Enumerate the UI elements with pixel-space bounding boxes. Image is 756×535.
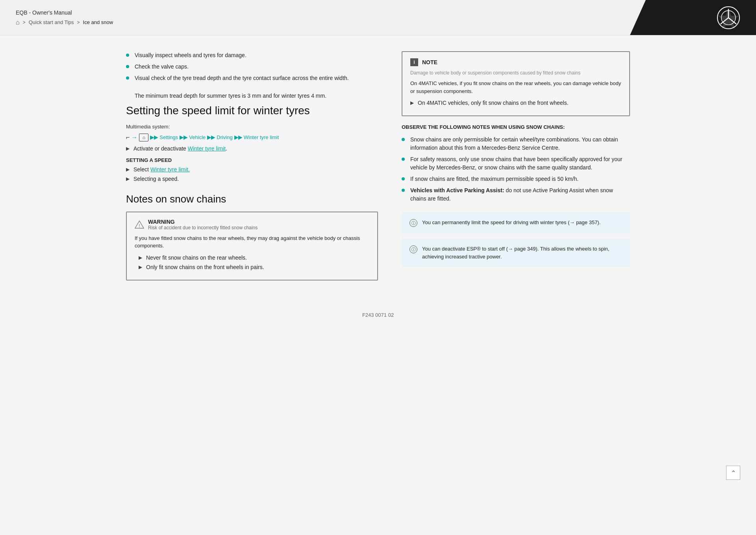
left-column: Visually inspect wheels and tyres for da… — [126, 51, 402, 288]
bullet-dot — [402, 138, 405, 141]
arrow-icon: ▶ — [126, 146, 130, 151]
warning-bullet2: ▶ Only fit snow chains on the front whee… — [139, 264, 369, 270]
bullet-dot — [126, 54, 129, 57]
svg-text:!: ! — [139, 223, 140, 228]
mercedes-logo — [717, 6, 740, 30]
note-icon: i — [410, 58, 418, 66]
observe-bullet4-text: Vehicles with Active Parking Assist: do … — [410, 186, 630, 203]
breadcrumb-sep2: > — [77, 20, 80, 25]
vehicle-link[interactable]: Vehicle — [189, 134, 206, 140]
observe-bullet4-bold: Vehicles with Active Parking Assist: — [410, 187, 504, 193]
right-column: i NOTE Damage to vehicle body or suspens… — [402, 51, 630, 288]
breadcrumb-sep1: > — [23, 20, 26, 25]
bullet-text: Visually inspect wheels and tyres for da… — [135, 51, 246, 59]
info-circle-icon: ⓘ — [410, 219, 417, 227]
multimedia-label: Multimedia system: — [126, 124, 378, 130]
bullet-dot — [126, 76, 129, 80]
bullet-dot — [402, 189, 405, 192]
selecting-speed-bullet: ▶ Selecting a speed. — [126, 176, 378, 182]
double-arrow4: ▶▶ — [234, 134, 242, 140]
driving-link[interactable]: Driving — [217, 134, 232, 140]
info-box1: ⓘ You can permanently limit the speed fo… — [402, 212, 630, 233]
footer-code: F243 0071 02 — [362, 312, 394, 318]
sub-text: The minimum tread depth for summer tyres… — [135, 92, 378, 100]
warning-header: ! WARNING Risk of accident due to incorr… — [135, 219, 369, 230]
list-item: If snow chains are fitted, the maximum p… — [402, 175, 630, 183]
observe-heading: OBSERVE THE FOLLOWING NOTES WHEN USING S… — [402, 124, 630, 130]
select-winter-link[interactable]: Winter tyre limit. — [150, 166, 190, 173]
arrow-icon: ▶ — [410, 100, 414, 106]
header-left: EQB - Owner's Manual ⌂ > Quick start and… — [0, 0, 630, 35]
nav-path: ⌐ → ▶▶ Settings ▶▶ Vehicle ▶▶ Driving ▶▶… — [126, 134, 378, 141]
select-bullet: ▶ Select Winter tyre limit. — [126, 166, 378, 173]
breadcrumb-item1[interactable]: Quick start and Tips — [29, 19, 74, 25]
note-header: i NOTE — [410, 58, 621, 66]
note-title: NOTE — [422, 59, 437, 65]
bullet-text: Visual check of the tyre tread depth and… — [135, 74, 349, 82]
winter-tyre-limit-link[interactable]: Winter tyre limit — [244, 134, 279, 140]
arrow-icon: ▶ — [126, 176, 130, 182]
arrow-icon: ▶ — [139, 264, 142, 270]
observe-bullet2-text: For safety reasons, only use snow chains… — [410, 155, 630, 172]
info-box1-text: You can permanently limit the speed for … — [422, 219, 600, 227]
list-item: Vehicles with Active Parking Assist: do … — [402, 186, 630, 203]
nav-arrow1: → — [131, 134, 137, 141]
breadcrumb: ⌂ > Quick start and Tips > Ice and snow — [16, 19, 614, 26]
note-subtitle: Damage to vehicle body or suspension com… — [410, 70, 621, 76]
warning-title-area: WARNING Risk of accident due to incorrec… — [148, 219, 258, 230]
info-circle-icon: ⓘ — [410, 245, 417, 253]
info-box2-text: You can deactivate ESP® to start off (→ … — [422, 245, 622, 260]
list-item: For safety reasons, only use snow chains… — [402, 155, 630, 172]
list-item: Visually inspect wheels and tyres for da… — [126, 51, 378, 59]
warning-subtitle: Risk of accident due to incorrectly fitt… — [148, 225, 258, 230]
info-box2: ⓘ You can deactivate ESP® to start off (… — [402, 239, 630, 267]
list-item: Check the valve caps. — [126, 63, 378, 71]
home-icon[interactable]: ⌂ — [16, 19, 20, 26]
warning-bullet1-text: Never fit snow chains on the rear wheels… — [146, 254, 247, 261]
observe-bullet-list: Snow chains are only permissible for cer… — [402, 136, 630, 203]
warning-triangle-icon: ! — [135, 220, 144, 229]
activate-text: Activate or deactivate Winter tyre limit… — [133, 145, 227, 152]
scroll-top-button[interactable]: ⌃ — [726, 466, 740, 480]
manual-title: EQB - Owner's Manual — [16, 9, 614, 16]
list-item: Visual check of the tyre tread depth and… — [126, 74, 378, 82]
settings-link[interactable]: Settings — [159, 134, 178, 140]
observe-bullet1-text: Snow chains are only permissible for cer… — [410, 136, 630, 152]
note-body: On 4MATIC vehicles, if you fit snow chai… — [410, 80, 621, 95]
warning-body: If you have fitted snow chains to the re… — [135, 234, 369, 250]
selecting-speed-text: Selecting a speed. — [133, 176, 179, 182]
header: EQB - Owner's Manual ⌂ > Quick start and… — [0, 0, 756, 35]
activate-bullet: ▶ Activate or deactivate Winter tyre lim… — [126, 145, 378, 152]
setting-speed-heading: SETTING A SPEED — [126, 157, 378, 163]
list-item: Snow chains are only permissible for cer… — [402, 136, 630, 152]
warning-bullets: ▶ Never fit snow chains on the rear whee… — [139, 254, 369, 270]
warning-bullet1: ▶ Never fit snow chains on the rear whee… — [139, 254, 369, 261]
warning-bullet2-text: Only fit snow chains on the front wheels… — [146, 264, 264, 270]
double-arrow2: ▶▶ — [180, 134, 187, 140]
intro-bullet-list: Visually inspect wheels and tyres for da… — [126, 51, 378, 82]
main-content: Visually inspect wheels and tyres for da… — [102, 35, 654, 304]
note-box: i NOTE Damage to vehicle body or suspens… — [402, 51, 630, 116]
bullet-text: Check the valve caps. — [135, 63, 189, 71]
double-arrow1: ▶▶ — [150, 134, 158, 140]
footer: F243 0071 02 — [0, 304, 756, 326]
note-bullet: ▶ On 4MATIC vehicles, only fit snow chai… — [410, 100, 621, 106]
observe-bullet3-text: If snow chains are fitted, the maximum p… — [410, 175, 578, 183]
section1-heading: Setting the speed limit for winter tyres — [126, 104, 378, 117]
warning-box: ! WARNING Risk of accident due to incorr… — [126, 212, 378, 281]
arrow-icon: ▶ — [126, 167, 130, 172]
double-arrow3: ▶▶ — [207, 134, 215, 140]
section2-heading: Notes on snow chains — [126, 193, 378, 205]
note-bullet-text: On 4MATIC vehicles, only fit snow chains… — [418, 100, 569, 106]
home-nav-icon[interactable] — [139, 134, 148, 141]
bullet-dot — [402, 177, 405, 180]
bullet-dot — [402, 158, 405, 161]
warning-title: WARNING — [148, 219, 258, 225]
header-logo-area — [630, 0, 756, 35]
arrow-icon: ▶ — [139, 255, 142, 260]
breadcrumb-current: Ice and snow — [83, 19, 113, 25]
bullet-dot — [126, 65, 129, 68]
select-text: Select Winter tyre limit. — [133, 166, 190, 173]
winter-limit-link[interactable]: Winter tyre limit — [188, 145, 226, 152]
nav-turn-symbol: ⌐ — [126, 134, 130, 141]
